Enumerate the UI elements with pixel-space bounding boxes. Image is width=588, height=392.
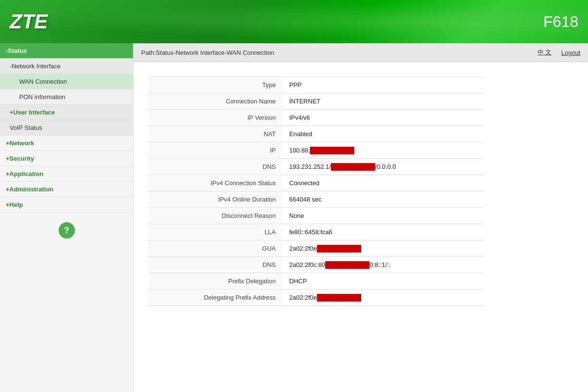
table-row: IPv4 Online Duration664048 sec bbox=[148, 191, 484, 208]
page-header: ZTE F618 bbox=[0, 0, 588, 43]
row-label: DNS bbox=[148, 257, 282, 273]
info-section: TypePPPConnection NameINTERNETIP Version… bbox=[134, 62, 588, 316]
sidebar-item-help[interactable]: +Help bbox=[0, 197, 133, 213]
help-button-container: ? bbox=[0, 213, 133, 248]
sidebar-item-pon-information[interactable]: PON information bbox=[0, 89, 133, 105]
table-row: Connection NameINTERNET bbox=[148, 93, 484, 110]
row-value: INTERNET bbox=[282, 93, 484, 110]
row-label: IPv4 Online Duration bbox=[148, 191, 282, 208]
row-value: 2a02:2f0e██████████ bbox=[282, 290, 484, 306]
sidebar-item-user-interface[interactable]: +User Interface bbox=[0, 105, 133, 120]
row-label: IP bbox=[148, 142, 282, 159]
table-row: DNS2a02:2f0c:80██████████0:8::1/:: bbox=[148, 257, 484, 273]
wan-info-table: TypePPPConnection NameINTERNETIP Version… bbox=[148, 76, 484, 306]
sidebar-item-network-interface[interactable]: -Network Interface bbox=[0, 59, 133, 74]
model-name: F618 bbox=[543, 13, 578, 31]
table-row: IP100.88.██████████ bbox=[148, 142, 484, 159]
path-actions: 中 文 Logout bbox=[538, 48, 580, 57]
table-row: LLAfe80::6458:fca6 bbox=[148, 224, 484, 240]
row-value: fe80::6458:fca6 bbox=[282, 224, 484, 240]
row-label: Connection Name bbox=[148, 93, 282, 110]
row-label: DNS bbox=[148, 159, 282, 175]
row-value: IPv4/v6 bbox=[282, 110, 484, 126]
table-row: Prefix DelegationDHCP bbox=[148, 273, 484, 290]
table-row: DNS193.231.252.1/██████████/0.0.0.0 bbox=[148, 159, 484, 175]
language-link[interactable]: 中 文 bbox=[538, 48, 552, 57]
row-value: None bbox=[282, 208, 484, 224]
sidebar-item-status[interactable]: -Status bbox=[0, 43, 133, 59]
row-label: IPv4 Connection Status bbox=[148, 175, 282, 191]
row-label: Delegating Prefix Address bbox=[148, 290, 282, 306]
zte-logo: ZTE bbox=[10, 10, 48, 33]
table-row: Delegating Prefix Address2a02:2f0e██████… bbox=[148, 290, 484, 306]
table-row: NATEnabled bbox=[148, 126, 484, 142]
row-value: Connected bbox=[282, 175, 484, 191]
sidebar-item-wan-connection[interactable]: WAN Connection bbox=[0, 74, 133, 89]
row-value: 2a02:2f0e██████████ bbox=[282, 240, 484, 257]
row-value: 2a02:2f0c:80██████████0:8::1/:: bbox=[282, 257, 484, 273]
path-bar: Path:Status-Network Interface-WAN Connec… bbox=[134, 43, 588, 62]
row-value: DHCP bbox=[282, 273, 484, 290]
sidebar-item-security[interactable]: +Security bbox=[0, 151, 133, 166]
row-value: 193.231.252.1/██████████/0.0.0.0 bbox=[282, 159, 484, 175]
help-icon-button[interactable]: ? bbox=[59, 222, 75, 239]
sidebar-item-administration[interactable]: +Administration bbox=[0, 182, 133, 197]
row-label: Type bbox=[148, 77, 282, 93]
table-row: Disconnect ReasonNone bbox=[148, 208, 484, 224]
sidebar-item-voip-status[interactable]: VoIP Status bbox=[0, 120, 133, 136]
row-value: 100.88.██████████ bbox=[282, 142, 484, 159]
row-value: 664048 sec bbox=[282, 191, 484, 208]
row-value: Enabled bbox=[282, 126, 484, 142]
row-label: IP Version bbox=[148, 110, 282, 126]
table-row: IPv4 Connection StatusConnected bbox=[148, 175, 484, 191]
table-row: TypePPP bbox=[148, 77, 484, 93]
redacted-value: ██████████ bbox=[331, 163, 375, 170]
logout-link[interactable]: Logout bbox=[561, 49, 580, 56]
redacted-value: ██████████ bbox=[310, 147, 354, 154]
table-row: GUA2a02:2f0e██████████ bbox=[148, 240, 484, 257]
redacted-value: ██████████ bbox=[325, 261, 369, 268]
row-value: PPP bbox=[282, 77, 484, 93]
breadcrumb: Path:Status-Network Interface-WAN Connec… bbox=[141, 49, 274, 56]
row-label: Disconnect Reason bbox=[148, 208, 282, 224]
sidebar-item-application[interactable]: +Application bbox=[0, 166, 133, 182]
main-layout: -Status -Network Interface WAN Connectio… bbox=[0, 43, 588, 392]
redacted-value: ██████████ bbox=[317, 294, 361, 301]
sidebar-item-network[interactable]: +Network bbox=[0, 136, 133, 151]
redacted-value: ██████████ bbox=[317, 245, 361, 252]
main-content: Path:Status-Network Interface-WAN Connec… bbox=[134, 43, 588, 392]
row-label: Prefix Delegation bbox=[148, 273, 282, 290]
row-label: LLA bbox=[148, 224, 282, 240]
row-label: GUA bbox=[148, 240, 282, 257]
sidebar: -Status -Network Interface WAN Connectio… bbox=[0, 43, 134, 392]
table-row: IP VersionIPv4/v6 bbox=[148, 110, 484, 126]
row-label: NAT bbox=[148, 126, 282, 142]
